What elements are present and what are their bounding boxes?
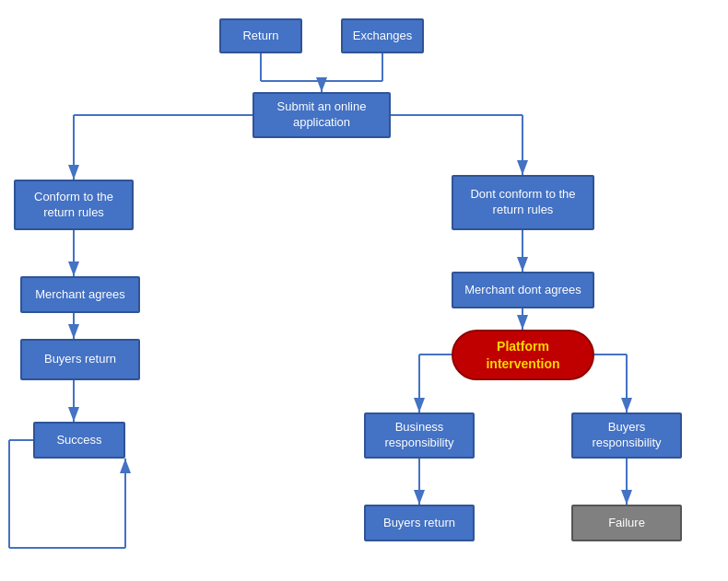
business-resp-node: Businessresponsibility [364, 413, 475, 459]
platform-node: Platformintervention [452, 330, 594, 380]
buyers-resp-node: Buyersresponsibility [571, 413, 682, 459]
merchant-agrees-node: Merchant agrees [20, 276, 140, 313]
exchanges-node: Exchanges [341, 18, 424, 53]
submit-node: Submit an onlineapplication [252, 92, 391, 138]
dont-conform-node: Dont conform to thereturn rules [452, 175, 594, 230]
return-node: Return [219, 18, 302, 53]
buyers-return-right-node: Buyers return [364, 505, 475, 541]
conform-node: Conform to thereturn rules [14, 180, 134, 230]
buyers-return-left-node: Buyers return [20, 339, 140, 380]
merchant-dont-node: Merchant dont agrees [452, 272, 594, 308]
failure-node: Failure [571, 505, 682, 541]
flowchart: Return Exchanges Submit an onlineapplica… [0, 0, 728, 581]
success-node: Success [33, 422, 125, 459]
